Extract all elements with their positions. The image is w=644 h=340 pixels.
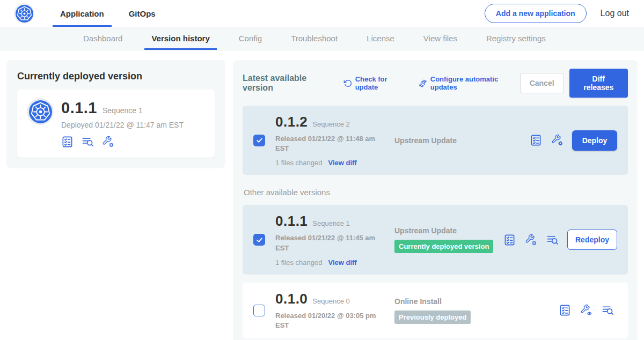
cancel-button[interactable]: Cancel	[520, 73, 564, 93]
subnav-version-history[interactable]: Version history	[137, 27, 224, 50]
released-timestamp: Released 01/21/22 @ 11:48 am EST	[275, 134, 383, 153]
subnav-license[interactable]: License	[352, 27, 409, 50]
version-source-label: Online Install	[394, 297, 559, 306]
app-sub-nav: Dashboard Version history Config Trouble…	[0, 27, 644, 50]
subnav-registry-settings[interactable]: Registry settings	[472, 27, 560, 50]
subnav-config[interactable]: Config	[224, 27, 276, 50]
app-kubernetes-icon	[27, 98, 54, 125]
tab-application[interactable]: Application	[53, 0, 112, 27]
preflight-results-icon[interactable]	[503, 234, 516, 246]
edit-config-icon[interactable]	[525, 234, 537, 246]
version-source-label: Upstream Update	[394, 136, 530, 145]
topnav-spacer	[163, 0, 485, 27]
view-config-icon[interactable]	[580, 304, 592, 316]
check-for-update-link[interactable]: Check for update	[343, 75, 408, 91]
released-timestamp: Released 01/20/22 @ 03:05 pm EST	[275, 311, 383, 330]
redeploy-button[interactable]: Redeploy	[567, 230, 617, 250]
currently-deployed-badge: Currently deployed version	[394, 240, 493, 253]
sequence-label: Sequence 2	[312, 120, 349, 128]
subnav-dashboard[interactable]: Dashboard	[69, 27, 137, 50]
deploy-logs-icon[interactable]	[546, 234, 559, 246]
deploy-logs-icon[interactable]	[82, 136, 94, 148]
deployed-version-number: 0.1.1	[61, 99, 97, 117]
preflight-results-icon[interactable]	[559, 304, 571, 316]
sequence-label: Sequence 0	[312, 297, 349, 305]
logout-link[interactable]: Log out	[601, 9, 629, 18]
refresh-icon	[343, 79, 352, 88]
deployed-version-card: 0.1.1 Sequence 1 Deployed 01/21/22 @ 11:…	[17, 90, 215, 158]
version-source-label: Upstream Update	[394, 226, 503, 235]
view-diff-link[interactable]: View diff	[328, 258, 356, 267]
previously-deployed-badge: Previously deployed	[394, 311, 471, 324]
main-content: Currently deployed version 0.1.1 Sequenc…	[0, 50, 644, 340]
view-diff-link[interactable]: View diff	[328, 159, 356, 167]
version-number: 0.1.0	[275, 291, 308, 307]
version-row-0-1-0: 0.1.0 Sequence 0 Released 01/20/22 @ 03:…	[243, 283, 628, 338]
files-changed-label: 1 files changed	[275, 258, 322, 267]
version-number: 0.1.1	[275, 213, 308, 230]
deploy-button[interactable]: Deploy	[572, 130, 617, 151]
version-row-0-1-2: 0.1.2 Sequence 2 Released 01/21/22 @ 11:…	[243, 106, 628, 175]
files-changed-label: 1 files changed	[275, 159, 322, 167]
diff-releases-button[interactable]: Diff releases	[569, 69, 628, 98]
other-versions-heading: Other available versions	[244, 188, 627, 197]
configure-updates-label: Configure automatic updates	[430, 75, 520, 91]
deploy-logs-icon[interactable]	[602, 304, 614, 316]
deployed-sequence-label: Sequence 1	[103, 106, 143, 115]
available-panel-title: Latest available version	[243, 73, 333, 93]
deployed-panel-title: Currently deployed version	[17, 71, 215, 82]
version-checkbox[interactable]	[253, 135, 265, 146]
available-versions-header: Latest available version Check for updat…	[243, 69, 628, 98]
kubernetes-logo-icon[interactable]	[14, 3, 34, 24]
version-checkbox[interactable]	[253, 234, 265, 246]
version-row-0-1-1: 0.1.1 Sequence 1 Released 01/21/22 @ 11:…	[243, 205, 628, 274]
deployed-timestamp: Deployed 01/21/22 @ 11:47 am EST	[61, 121, 184, 129]
subnav-view-files[interactable]: View files	[409, 27, 472, 50]
check-for-update-label: Check for update	[355, 75, 408, 91]
currently-deployed-panel: Currently deployed version 0.1.1 Sequenc…	[6, 60, 225, 168]
tab-gitops[interactable]: GitOps	[121, 0, 163, 27]
version-checkbox[interactable]	[253, 305, 265, 316]
available-versions-panel: Latest available version Check for updat…	[233, 60, 638, 340]
top-nav: Application GitOps Add a new application…	[0, 0, 644, 27]
schedule-update-icon	[419, 79, 427, 88]
preflight-results-icon[interactable]	[530, 134, 542, 146]
edit-config-icon[interactable]	[551, 134, 564, 146]
preflight-results-icon[interactable]	[61, 136, 74, 148]
edit-config-icon[interactable]	[102, 136, 114, 148]
sequence-label: Sequence 1	[312, 219, 349, 227]
configure-automatic-updates-link[interactable]: Configure automatic updates	[419, 75, 520, 91]
add-application-button[interactable]: Add a new application	[485, 4, 587, 23]
version-number: 0.1.2	[275, 114, 308, 130]
subnav-troubleshoot[interactable]: Troubleshoot	[276, 27, 352, 50]
released-timestamp: Released 01/21/22 @ 11:45 am EST	[275, 233, 383, 253]
